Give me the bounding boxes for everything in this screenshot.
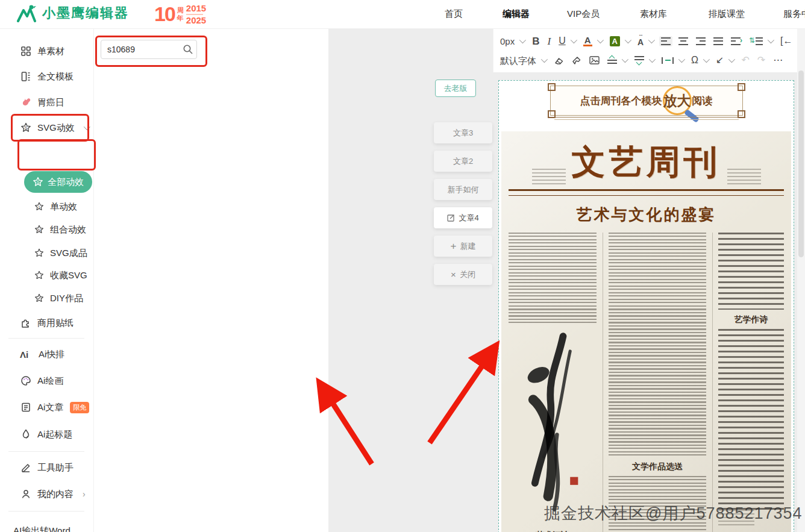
ornament-corner <box>738 110 745 118</box>
more-tools-button[interactable]: ⋯ <box>771 54 785 66</box>
newspaper-meta-text <box>727 169 761 186</box>
omega-icon: Ω <box>691 55 698 65</box>
eagle-logo-icon <box>16 4 37 22</box>
letter-spacing-button[interactable] <box>660 56 685 65</box>
ai-icon: Λi <box>20 349 33 360</box>
sidebar-item-svg-finished[interactable]: SVG成品 <box>0 245 93 261</box>
insert-image-button[interactable] <box>587 55 601 66</box>
editor-document[interactable]: 点击周刊各个模块 放大 阅读 文艺周刊 艺术与文化的盛宴 <box>498 80 794 532</box>
sidebar-item-ai-article[interactable]: Ai文章 限免 <box>0 399 93 416</box>
nav-layout-class[interactable]: 排版课堂 <box>709 8 745 20</box>
divider <box>8 511 84 512</box>
sidebar-item-label: 组合动效 <box>50 224 86 236</box>
svg-text:1: 1 <box>38 205 40 209</box>
sidebar-item-single-animation[interactable]: 1 单动效 <box>0 198 93 215</box>
font-family-dropdown[interactable]: 默认字体 <box>498 55 548 66</box>
align-center-button[interactable] <box>677 36 690 46</box>
redo-button[interactable]: ↷ <box>756 54 767 66</box>
highlight-color-button[interactable]: A <box>608 35 631 48</box>
format-painter-button[interactable] <box>570 55 583 66</box>
align-left-icon <box>661 37 671 45</box>
stomach-icon <box>20 96 32 108</box>
special-char-button[interactable]: Ω <box>689 54 710 66</box>
eraser-icon <box>554 56 564 65</box>
redo-icon: ↷ <box>757 55 765 65</box>
material-panel <box>93 28 329 532</box>
tab-label: 关闭 <box>460 269 475 280</box>
clear-format-button[interactable] <box>552 55 566 66</box>
sidebar-item-favorite-svg[interactable]: 收藏SVG <box>0 267 93 284</box>
tab-article2[interactable]: 文章2 <box>434 151 492 172</box>
newspaper-column: 文学作品选送 <box>603 233 706 532</box>
sidebar-item-ai-title[interactable]: Ai起标题 <box>0 426 93 443</box>
tab-label: 文章2 <box>453 156 473 167</box>
sidebar-item-diy-works[interactable]: DIY作品 <box>0 290 93 307</box>
line-height-icon <box>750 37 763 45</box>
sidebar-item-commercial-stickers[interactable]: 商用贴纸 <box>0 315 93 331</box>
sidebar-item-label: 单素材 <box>37 46 64 57</box>
newspaper-column: 艺术评论 <box>509 233 597 532</box>
sidebar-item-label: AI输出转Word <box>13 525 70 532</box>
sidebar-item-all-animation[interactable]: S 全部动效 <box>24 171 92 193</box>
tab-label: 新手如何 <box>448 184 479 195</box>
sidebar-item-my-content[interactable]: 我的内容 › <box>0 486 93 502</box>
art-text-button[interactable]: A <box>636 34 655 48</box>
sidebar-item-ai-painting[interactable]: Ai绘画 <box>0 372 93 389</box>
app-logo[interactable]: 小墨鹰编辑器 <box>16 4 129 22</box>
sidebar-item-tool-assistant[interactable]: 工具助手 <box>0 459 93 476</box>
bold-button[interactable]: B <box>530 35 541 48</box>
nav-material-library[interactable]: 素材库 <box>640 8 667 20</box>
divider <box>8 338 84 339</box>
nav-home[interactable]: 首页 <box>445 8 463 20</box>
banner-text: 点击周刊各个模块 <box>580 94 662 108</box>
align-right-button[interactable] <box>694 36 707 46</box>
align-left-button[interactable] <box>659 36 672 46</box>
tab-article4-active[interactable]: 文章4 <box>434 207 492 228</box>
position-button[interactable]: ↙ <box>714 54 735 66</box>
sidebar-item-label: SVG动效 <box>37 122 75 134</box>
spacing-below-icon <box>634 56 644 64</box>
sidebar-item-ai-to-word[interactable]: AI输出转Word <box>0 522 93 532</box>
nav-editor[interactable]: 编辑器 <box>503 8 530 20</box>
sidebar-item-combo-animation[interactable]: N 组合动效 <box>0 221 93 238</box>
tab-article3[interactable]: 文章3 <box>434 122 492 143</box>
sidebar-item-single-material[interactable]: 单素材 <box>0 43 93 60</box>
sidebar-item-label: Ai起标题 <box>37 429 72 440</box>
sidebar-item-label: 商用贴纸 <box>37 318 74 329</box>
watermark-text: 掘金技术社区@用户57885217354 <box>544 502 803 524</box>
tab-newbie-guide[interactable]: 新手如何 <box>434 179 492 200</box>
go-old-version-button[interactable]: 去老版 <box>435 80 476 97</box>
sidebar-item-svg-animation[interactable]: S SVG动效 <box>0 119 93 136</box>
font-color-button[interactable]: A <box>581 34 604 48</box>
nav-service[interactable]: 服务中心 <box>783 8 805 20</box>
indent-button[interactable] <box>729 36 744 46</box>
undo-button[interactable]: ↶ <box>739 54 751 66</box>
font-size-dropdown[interactable]: 0px <box>498 36 526 47</box>
italic-button[interactable]: I <box>545 35 553 48</box>
nav-vip[interactable]: VIP会员 <box>567 8 600 20</box>
close-button[interactable]: ×关闭 <box>434 264 492 285</box>
body-text <box>609 233 706 457</box>
spacing-above-button[interactable] <box>606 55 628 66</box>
font-color-icon: A <box>583 36 592 46</box>
outdent-button[interactable]: [← <box>778 35 794 47</box>
more-icon: ⋯ <box>773 55 783 65</box>
align-right-icon <box>696 37 706 45</box>
line-height-button[interactable] <box>748 36 774 46</box>
ink-painting <box>509 327 597 525</box>
tools-icon <box>20 462 32 474</box>
align-justify-button[interactable] <box>712 36 725 46</box>
new-article-button[interactable]: +新建 <box>434 236 492 257</box>
spacing-below-button[interactable] <box>633 55 656 66</box>
scrollbar-thumb[interactable] <box>798 70 804 257</box>
sidebar-item-full-template[interactable]: 全文模板 <box>0 68 93 85</box>
sidebar-item-ai-quick-layout[interactable]: Λi Ai快排 <box>0 346 93 363</box>
sidebar-item-stomach-day[interactable]: 胃癌日 <box>0 94 93 111</box>
chevron-down-icon <box>649 56 656 63</box>
star-1-icon: 1 <box>34 201 45 212</box>
canvas-scrollbar[interactable] <box>797 28 805 532</box>
font-family-value: 默认字体 <box>500 56 536 65</box>
underline-button[interactable]: U <box>557 35 577 47</box>
search-icon[interactable] <box>183 44 193 55</box>
chevron-right-icon: › <box>83 489 86 499</box>
